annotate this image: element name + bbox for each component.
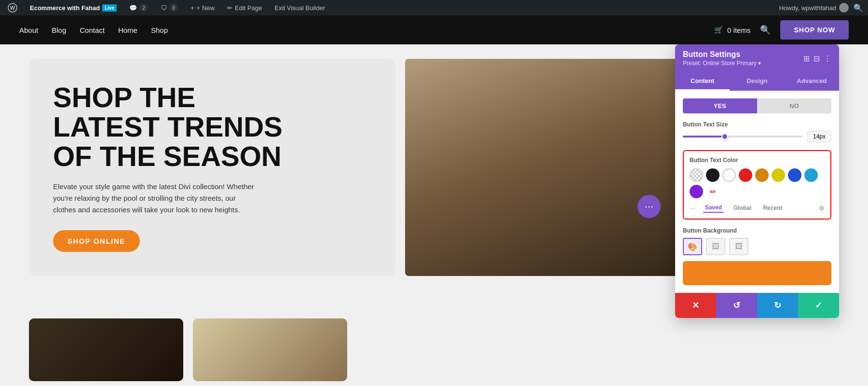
bg-image-icon: 🖼 [735, 242, 743, 251]
wp-logo-icon: W [8, 3, 17, 13]
comments-item[interactable]: 💬 2 [126, 0, 151, 15]
preset-label: Preset: Online Store Primary ▾ [683, 60, 761, 67]
cart-icon: 🛒 [714, 26, 723, 34]
edit-page-label: Edit Page [235, 4, 262, 12]
swatch-orange[interactable] [755, 168, 769, 182]
admin-bar: W Ecommerce with Fahad Live 💬 2 🗨 0 + + … [0, 0, 868, 15]
shop-now-button[interactable]: SHOP NOW [780, 20, 849, 40]
admin-bar-right: Howdy, wpwithfahad 🔍 [779, 3, 863, 13]
comments-count: 2 [139, 3, 148, 12]
plus-icon: + [190, 4, 194, 12]
bg-label: Button Background [683, 227, 831, 234]
hero-title: SHOP THE LATEST TRENDS OF THE SEASON [53, 83, 294, 171]
cart-area[interactable]: 🛒 0 items [714, 26, 750, 34]
redo-button[interactable]: ↻ [757, 293, 798, 318]
pencil-swatch[interactable]: ✏ [706, 185, 719, 198]
text-size-value[interactable]: 14px [807, 131, 831, 142]
settings-panel: Button Settings Preset: Online Store Pri… [675, 44, 839, 318]
color-section: Button Text Color ✏ ··· Saved Glob [683, 150, 831, 220]
text-size-slider-row: 14px [683, 131, 831, 142]
edit-page-item[interactable]: ✏ Edit Page [224, 0, 265, 15]
bg-gradient-option[interactable]: 🖼 [706, 238, 725, 255]
exit-builder-label: Exit Visual Builder [274, 4, 325, 12]
floating-action-button[interactable]: ··· [637, 195, 661, 218]
swatch-blue[interactable] [788, 168, 801, 182]
comments-icon: 💬 [129, 4, 137, 12]
swatch-red[interactable] [739, 168, 752, 182]
shop-online-button[interactable]: SHOP ONLINE [53, 230, 140, 252]
thumbnails-row [29, 318, 347, 386]
panel-columns-icon[interactable]: ⊟ [814, 54, 820, 63]
howdy-text: Howdy, wpwithfahad [779, 4, 836, 12]
svg-text:W: W [10, 5, 15, 11]
howdy-section[interactable]: Howdy, wpwithfahad [779, 3, 849, 13]
color-section-label: Button Text Color [690, 157, 825, 164]
dots-icon: ··· [645, 200, 653, 213]
panel-header-info: Button Settings Preset: Online Store Pri… [683, 50, 761, 67]
nav-links: About Blog Contact Home Shop [19, 26, 168, 34]
slider-fill [683, 136, 725, 138]
nav-home[interactable]: Home [118, 26, 137, 34]
toggle-yes-button[interactable]: YES [683, 98, 757, 113]
wp-logo-item[interactable]: W [5, 0, 20, 15]
more-colors-icon[interactable]: ··· [690, 204, 695, 212]
chat-icon: 🗨 [161, 4, 167, 12]
tab-content[interactable]: Content [675, 72, 730, 91]
swatch-transparent[interactable] [690, 168, 703, 182]
undo-button[interactable]: ↺ [716, 293, 757, 318]
bg-gradient-icon: 🖼 [712, 242, 719, 251]
toggle-no-button[interactable]: NO [757, 98, 831, 113]
tab-advanced-label: Advanced [797, 77, 827, 84]
bg-image-option[interactable]: 🖼 [729, 238, 748, 255]
avatar [839, 3, 849, 13]
panel-preset[interactable]: Preset: Online Store Primary ▾ [683, 60, 761, 67]
color-settings-icon[interactable]: ⚙ [819, 205, 825, 212]
panel-more-icon[interactable]: ⋮ [824, 54, 831, 63]
swatch-yellow[interactable] [772, 168, 785, 182]
search-icon[interactable]: 🔍 [854, 3, 863, 13]
tab-advanced[interactable]: Advanced [785, 72, 839, 91]
nav-blog[interactable]: Blog [52, 26, 66, 34]
chat-item[interactable]: 🗨 0 [158, 0, 181, 15]
panel-body: YES NO Button Text Size 14px Button Text… [675, 91, 839, 293]
cart-items: 0 items [727, 26, 750, 34]
tab-content-label: Content [691, 77, 714, 84]
swatch-white[interactable] [722, 168, 736, 182]
new-item[interactable]: + + New [188, 0, 217, 15]
panel-expand-icon[interactable]: ⊞ [803, 54, 810, 63]
chat-count: 0 [169, 3, 178, 12]
exit-builder-item[interactable]: Exit Visual Builder [271, 0, 328, 15]
site-name: Ecommerce with Fahad [30, 4, 100, 12]
site-name-item[interactable]: Ecommerce with Fahad Live [27, 0, 120, 15]
nav-right: 🛒 0 items 🔍 SHOP NOW [714, 20, 849, 40]
nav-about[interactable]: About [19, 26, 38, 34]
nav-shop[interactable]: Shop [151, 26, 168, 34]
bg-color-icon: 🎨 [688, 242, 697, 251]
color-tabs: ··· Saved Global Recent ⚙ [690, 203, 825, 213]
cancel-button[interactable]: ✕ [675, 293, 716, 318]
confirm-button[interactable]: ✓ [798, 293, 839, 318]
hero-card: SHOP THE LATEST TRENDS OF THE SEASON Ele… [29, 59, 395, 276]
page-content: SHOP THE LATEST TRENDS OF THE SEASON Ele… [0, 44, 868, 290]
tab-design[interactable]: Design [730, 72, 784, 91]
orange-preview [683, 261, 831, 285]
swatch-teal[interactable] [804, 168, 818, 182]
slider-thumb[interactable] [721, 133, 728, 140]
text-size-label: Button Text Size [683, 121, 831, 128]
tab-design-label: Design [746, 77, 767, 84]
global-tab[interactable]: Global [732, 204, 753, 212]
nav-search-icon[interactable]: 🔍 [760, 25, 771, 35]
main-nav: About Blog Contact Home Shop 🛒 0 items 🔍… [0, 15, 868, 44]
nav-contact[interactable]: Contact [80, 26, 105, 34]
thumbnail-2 [193, 318, 347, 381]
panel-header: Button Settings Preset: Online Store Pri… [675, 44, 839, 72]
swatch-black[interactable] [706, 168, 719, 182]
recent-tab[interactable]: Recent [761, 204, 784, 212]
bg-color-option[interactable]: 🎨 [683, 238, 702, 255]
hero-description: Elevate your style game with the latest … [53, 181, 256, 216]
slider-track[interactable] [683, 136, 802, 138]
saved-tab[interactable]: Saved [703, 203, 724, 213]
panel-tabs: Content Design Advanced [675, 72, 839, 91]
swatch-purple[interactable] [690, 185, 703, 198]
thumbnail-1 [29, 318, 183, 381]
